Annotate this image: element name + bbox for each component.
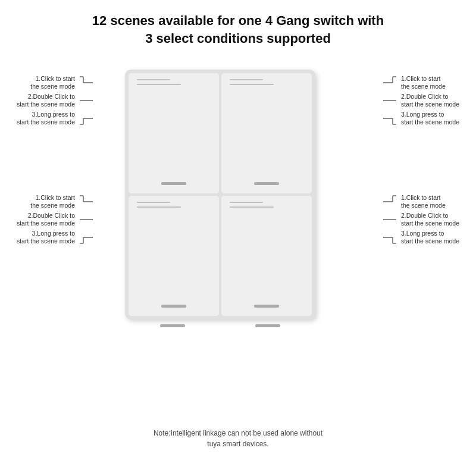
left-top-label-2-text: 2.Double Click tostart the scene mode: [12, 93, 77, 109]
indicator-tr: [254, 182, 279, 185]
left-top-bracket-3: [77, 110, 94, 127]
bottom-indicators: [125, 324, 315, 327]
page: 12 scenes available for one 4 Gang switc…: [0, 0, 476, 476]
left-bottom-label-3-text: 3.Long press tostart the scene mode: [12, 230, 77, 246]
title-line1: 12 scenes available for one 4 Gang switc…: [92, 13, 384, 28]
bottom-indicator-right: [255, 324, 280, 327]
right-bottom-label-1-text: 1.Click to startthe scene mode: [399, 194, 464, 210]
switch-button-tl[interactable]: [129, 73, 219, 193]
left-top-label-1: 1.Click to startthe scene mode: [12, 74, 94, 91]
bottom-indicator-left: [160, 324, 185, 327]
switch-panel: [125, 70, 315, 320]
page-title: 12 scenes available for one 4 Gang switc…: [92, 12, 384, 47]
left-bottom-bracket-2: [77, 211, 94, 228]
note-content: Note:Intelligent linkage can not be used…: [154, 429, 322, 448]
right-bottom-label-3: 3.Long press tostart the scene mode: [382, 229, 464, 246]
switch-button-tr[interactable]: [221, 73, 312, 193]
left-bottom-labels: 1.Click to startthe scene mode 2.Double …: [12, 193, 94, 246]
indicator-bl: [161, 305, 186, 308]
title-line2: 3 select conditions supported: [145, 31, 331, 46]
note-text: Note:Intelligent linkage can not be used…: [154, 428, 322, 449]
right-top-labels: 1.Click to startthe scene mode 2.Double …: [382, 74, 464, 127]
right-top-label-3-text: 3.Long press tostart the scene mode: [399, 111, 464, 127]
left-bottom-label-2-text: 2.Double Click tostart the scene mode: [12, 212, 77, 228]
right-top-bracket-2: [382, 92, 399, 109]
left-top-labels: 1.Click to startthe scene mode 2.Double …: [12, 74, 94, 127]
right-top-label-1-text: 1.Click to startthe scene mode: [399, 75, 464, 91]
button-lines-br: [230, 202, 303, 208]
line2-tr: [230, 84, 274, 85]
right-bottom-label-1: 1.Click to startthe scene mode: [382, 193, 464, 210]
right-bottom-label-2-text: 2.Double Click tostart the scene mode: [399, 212, 464, 228]
right-top-bracket-3: [382, 110, 399, 127]
right-top-label-3: 3.Long press tostart the scene mode: [382, 110, 464, 127]
switch-button-bl[interactable]: [129, 196, 219, 316]
left-bottom-label-1: 1.Click to startthe scene mode: [12, 193, 94, 210]
right-bottom-bracket-3: [382, 229, 399, 246]
line1-br: [230, 202, 263, 203]
line2-br: [230, 206, 274, 208]
indicator-tl: [161, 182, 186, 185]
left-top-label-1-text: 1.Click to startthe scene mode: [12, 75, 77, 91]
right-top-label-2-text: 2.Double Click tostart the scene mode: [399, 93, 464, 109]
diagram-container: 1.Click to startthe scene mode 2.Double …: [12, 58, 464, 421]
left-bottom-label-1-text: 1.Click to startthe scene mode: [12, 194, 77, 210]
right-top-bracket-1: [382, 74, 399, 91]
button-lines-tr: [230, 79, 303, 85]
line2-bl: [137, 206, 181, 208]
left-bottom-label-2: 2.Double Click tostart the scene mode: [12, 211, 94, 228]
left-top-label-2: 2.Double Click tostart the scene mode: [12, 92, 94, 109]
left-bottom-bracket-3: [77, 229, 94, 246]
switch-button-br[interactable]: [221, 196, 312, 316]
line1-tl: [137, 79, 170, 80]
line1-bl: [137, 202, 170, 203]
right-bottom-bracket-1: [382, 193, 399, 210]
right-top-label-2: 2.Double Click tostart the scene mode: [382, 92, 464, 109]
right-bottom-bracket-2: [382, 211, 399, 228]
left-top-bracket-1: [77, 74, 94, 91]
right-bottom-label-2: 2.Double Click tostart the scene mode: [382, 211, 464, 228]
right-bottom-label-3-text: 3.Long press tostart the scene mode: [399, 230, 464, 246]
left-top-label-3-text: 3.Long press tostart the scene mode: [12, 111, 77, 127]
left-bottom-label-3: 3.Long press tostart the scene mode: [12, 229, 94, 246]
left-top-bracket-2: [77, 92, 94, 109]
line1-tr: [230, 79, 263, 80]
indicator-br: [254, 305, 279, 308]
line2-tl: [137, 84, 181, 85]
left-top-label-3: 3.Long press tostart the scene mode: [12, 110, 94, 127]
right-bottom-labels: 1.Click to startthe scene mode 2.Double …: [382, 193, 464, 246]
button-lines-tl: [137, 79, 211, 85]
button-lines-bl: [137, 202, 211, 208]
left-bottom-bracket-1: [77, 193, 94, 210]
right-top-label-1: 1.Click to startthe scene mode: [382, 74, 464, 91]
